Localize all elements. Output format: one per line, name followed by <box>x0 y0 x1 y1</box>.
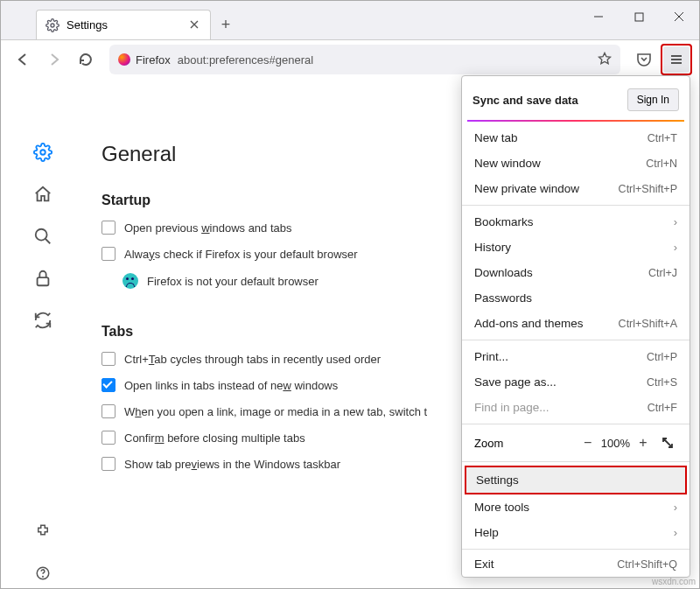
sidebar-help[interactable] <box>28 558 58 588</box>
firefox-badge: Firefox <box>118 53 171 67</box>
hamburger-menu-button[interactable] <box>663 46 690 73</box>
menu-settings[interactable]: Settings <box>466 467 685 493</box>
sidebar-general[interactable] <box>28 137 58 167</box>
toolbar: Firefox about:preferences#general <box>1 40 699 79</box>
address-bar[interactable]: Firefox about:preferences#general <box>109 45 620 74</box>
zoom-out-button[interactable]: − <box>578 433 598 452</box>
svg-point-3 <box>40 150 46 155</box>
checkbox-icon <box>102 457 116 471</box>
maximize-button[interactable] <box>619 1 659 32</box>
menu-addons[interactable]: Add-ons and themesCtrl+Shift+A <box>462 311 690 336</box>
menu-separator <box>462 424 690 424</box>
menu-passwords[interactable]: Passwords <box>462 285 690 311</box>
close-icon[interactable] <box>187 16 201 34</box>
menu-new-private-window[interactable]: New private windowCtrl+Shift+P <box>462 176 690 201</box>
checkbox-icon <box>102 247 116 261</box>
fullscreen-button[interactable] <box>658 433 677 452</box>
sidebar-sync[interactable] <box>28 305 58 335</box>
menu-new-tab[interactable]: New tabCtrl+T <box>462 125 690 151</box>
chevron-right-icon: › <box>674 241 677 254</box>
chevron-right-icon: › <box>674 526 677 539</box>
menu-history[interactable]: History› <box>462 235 690 260</box>
svg-point-4 <box>35 229 46 241</box>
zoom-in-button[interactable]: + <box>634 433 653 452</box>
back-button[interactable] <box>8 45 38 74</box>
sidebar-extensions[interactable] <box>28 516 58 546</box>
svg-point-0 <box>51 24 54 27</box>
minimize-button[interactable] <box>578 1 619 32</box>
menu-separator <box>462 461 690 462</box>
sidebar <box>1 81 84 588</box>
close-window-button[interactable] <box>659 1 699 32</box>
chevron-right-icon: › <box>674 501 677 514</box>
url-text: about:preferences#general <box>178 53 591 67</box>
menu-more-tools[interactable]: More tools› <box>462 494 690 520</box>
bookmark-star-icon[interactable] <box>598 52 612 68</box>
gradient-divider <box>467 120 684 122</box>
svg-rect-5 <box>37 277 48 285</box>
sign-in-button[interactable]: Sign In <box>627 88 679 111</box>
window-controls <box>578 1 699 32</box>
firefox-icon <box>118 53 130 66</box>
menu-help[interactable]: Help› <box>462 520 690 545</box>
new-tab-button[interactable]: + <box>211 10 241 39</box>
tab-label: Settings <box>66 18 187 32</box>
tab-settings[interactable]: Settings <box>36 10 211 39</box>
gear-icon <box>46 18 60 32</box>
checkbox-icon <box>102 221 116 235</box>
zoom-value: 100% <box>598 437 634 450</box>
svg-rect-2 <box>635 13 643 21</box>
menu-separator <box>462 205 690 206</box>
pocket-button[interactable] <box>629 45 659 74</box>
titlebar: Settings + <box>1 1 699 40</box>
menu-separator <box>462 340 690 340</box>
menu-print[interactable]: Print...Ctrl+P <box>462 344 690 369</box>
menu-zoom: Zoom − 100% + <box>462 428 690 458</box>
menu-bookmarks[interactable]: Bookmarks› <box>462 209 690 235</box>
reload-button[interactable] <box>71 45 101 74</box>
settings-highlight: Settings <box>465 466 687 494</box>
checkbox-icon <box>102 431 116 445</box>
hamburger-highlight <box>661 44 692 75</box>
checkbox-icon <box>102 378 116 392</box>
chevron-right-icon: › <box>674 215 677 228</box>
watermark: wsxdn.com <box>652 577 696 586</box>
menu-save-page[interactable]: Save page as...Ctrl+S <box>462 369 690 395</box>
tabstrip: Settings + <box>1 1 241 39</box>
sidebar-privacy[interactable] <box>28 263 58 293</box>
menu-separator <box>462 549 690 550</box>
sidebar-search[interactable] <box>28 221 58 251</box>
menu-new-window[interactable]: New windowCtrl+N <box>462 151 690 176</box>
menu-exit[interactable]: ExitCtrl+Shift+Q <box>462 553 690 575</box>
menu-downloads[interactable]: DownloadsCtrl+J <box>462 260 690 285</box>
app-menu: Sync and save data Sign In New tabCtrl+T… <box>461 75 690 578</box>
checkbox-icon <box>102 404 116 418</box>
menu-sync-header: Sync and save data Sign In <box>462 81 690 120</box>
sad-face-icon <box>122 273 138 289</box>
checkbox-icon <box>102 352 116 366</box>
forward-button[interactable] <box>39 45 69 74</box>
menu-find[interactable]: Find in page...Ctrl+F <box>462 395 690 420</box>
svg-point-7 <box>42 576 43 577</box>
sidebar-home[interactable] <box>28 179 58 209</box>
